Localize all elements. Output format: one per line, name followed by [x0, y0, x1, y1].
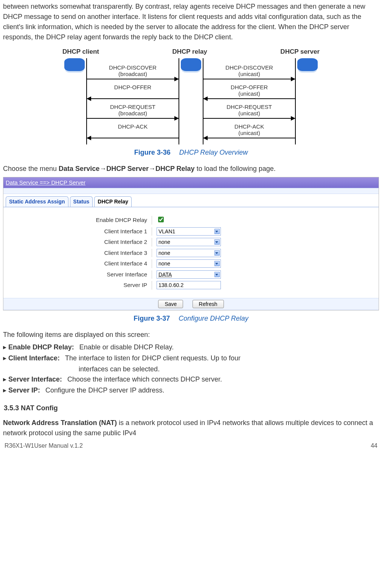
definition-description-cont: interfaces can be selected.	[79, 364, 379, 374]
triangle-bullet-icon: ▸	[3, 353, 8, 363]
definition-item: ▸Client Interface:The interface to liste…	[3, 353, 379, 363]
config-tabs: Static Address AssignStatusDHCP Relay	[3, 194, 379, 207]
figure-title: DHCP Relay Overview	[179, 149, 248, 156]
dhcp-relay-diagram: DHCP client DHCP relay DHCP server DHCP-…	[62, 47, 320, 144]
client-interface-1-label: Client Interface 1	[7, 227, 152, 236]
menu-instruction: Choose the menu Data Service→DHCP Server…	[3, 164, 379, 174]
router-icon	[64, 58, 85, 71]
diagram-arrow: DHCP-ACK(unicast)	[203, 123, 295, 142]
client-interface-2-select[interactable]	[157, 238, 221, 246]
arrow-right-icon	[203, 79, 295, 79]
definition-item: ▸Server IP:Configure the DHCP server IP …	[3, 385, 379, 396]
arrow-right-icon	[87, 118, 179, 119]
section-3-5-3-heading: 3.5.3 NAT Config	[4, 403, 379, 413]
diagram-arrow: DHCP-OFFER(unicast)	[203, 83, 295, 103]
client-interface-4-label: Client Interface 4	[7, 259, 152, 268]
definition-term: Client Interface:	[8, 353, 60, 363]
diagram-arrow: DHCP-OFFER	[87, 83, 179, 103]
nat-paragraph: Network Address Translation (NAT) is a n…	[3, 418, 379, 438]
diagram-arrow-label: DHCP-OFFER(unicast)	[203, 84, 295, 97]
figure-title: Configure DHCP Relay	[179, 315, 248, 322]
arrow-right-icon	[87, 79, 179, 79]
figure-3-37-caption: Figure 3-37 Configure DHCP Relay	[3, 313, 379, 324]
refresh-button[interactable]: Refresh	[193, 300, 224, 308]
arrow-left-icon	[87, 98, 179, 99]
diagram-arrow: DHCP-DISCOVER(unicast)	[203, 64, 295, 83]
arrow-left-icon	[203, 138, 295, 138]
diagram-header-client: DHCP client	[62, 47, 99, 57]
diagram-arrow: DHCP-DISCOVER(broadcast)	[87, 64, 179, 83]
server-interface-label: Server Interface	[7, 270, 152, 279]
server-ip-input[interactable]	[157, 281, 221, 289]
definition-term: Enable DHCP Relay:	[8, 342, 74, 352]
diagram-header-server: DHCP server	[280, 47, 320, 57]
diagram-arrow-label: DHCP-ACK	[87, 123, 179, 130]
footer-manual-version: R36X1-W1User Manual v.1.2	[5, 441, 83, 450]
client-interface-4-select[interactable]	[157, 259, 221, 268]
items-intro: The following items are displayed on thi…	[3, 330, 379, 340]
triangle-bullet-icon: ▸	[3, 342, 8, 352]
dhcp-relay-config-screenshot: Data Service ==> DHCP Server Static Addr…	[3, 177, 379, 311]
triangle-bullet-icon: ▸	[3, 385, 8, 396]
diagram-arrow-label: DHCP-REQUEST(unicast)	[203, 104, 295, 117]
definition-term: Server IP:	[8, 385, 40, 396]
diagram-arrow-label: DHCP-DISCOVER(unicast)	[203, 64, 295, 78]
figure-number: Figure 3-36	[134, 149, 171, 156]
definitions-list: ▸Enable DHCP Relay:Enable or disable DHC…	[3, 342, 379, 396]
figure-3-36-caption: Figure 3-36 DHCP Relay Overview	[3, 147, 379, 158]
client-interface-2-label: Client Interface 2	[7, 238, 152, 247]
diagram-arrow-label: DHCP-ACK(unicast)	[203, 123, 295, 137]
client-interface-1-select[interactable]	[157, 227, 221, 236]
definition-description: Configure the DHCP server IP address.	[45, 385, 164, 396]
definition-item: ▸Server Interface:Choose the interface w…	[3, 374, 379, 385]
figure-number: Figure 3-37	[134, 315, 170, 322]
diagram-arrow: DHCP-REQUEST(broadcast)	[87, 103, 179, 123]
diagram-left-column: DHCP-DISCOVER(broadcast)DHCP-OFFERDHCP-R…	[86, 58, 179, 144]
client-interface-3-label: Client Interface 3	[7, 249, 152, 258]
diagram-arrow: DHCP-REQUEST(unicast)	[203, 103, 295, 123]
diagram-right-column: DHCP-DISCOVER(unicast)DHCP-OFFER(unicast…	[203, 58, 296, 144]
client-interface-3-select[interactable]	[157, 249, 221, 257]
definition-description: The interface to listen for DHCP client …	[65, 353, 241, 363]
config-window-title: Data Service ==> DHCP Server	[3, 177, 379, 188]
tab-status[interactable]: Status	[70, 196, 93, 207]
definition-item: ▸Enable DHCP Relay:Enable or disable DHC…	[3, 342, 379, 352]
diagram-arrow-label: DHCP-OFFER	[87, 84, 179, 90]
footer-page-number: 44	[371, 441, 377, 450]
tab-static-address-assign[interactable]: Static Address Assign	[6, 196, 68, 207]
definition-description: Enable or disable DHCP Relay.	[79, 342, 174, 352]
triangle-bullet-icon: ▸	[3, 374, 8, 385]
definition-term: Server Interface:	[8, 374, 62, 385]
tab-dhcp-relay[interactable]: DHCP Relay	[94, 196, 132, 207]
router-icon	[297, 58, 318, 71]
enable-dhcp-relay-checkbox[interactable]	[158, 217, 164, 222]
definition-description: Choose the interface which connects DHCP…	[67, 374, 222, 385]
diagram-arrow-label: DHCP-REQUEST(broadcast)	[87, 104, 179, 117]
intro-paragraph: between networks somewhat transparently.…	[3, 2, 379, 42]
config-subbar	[3, 188, 379, 194]
page-footer: R36X1-W1User Manual v.1.2 44	[3, 441, 379, 450]
enable-dhcp-relay-label: Enable DHCP Relay	[7, 216, 152, 225]
server-ip-label: Server IP	[7, 281, 152, 290]
arrow-left-icon	[203, 98, 295, 99]
diagram-arrow-label: DHCP-DISCOVER(broadcast)	[87, 64, 179, 78]
save-button[interactable]: Save	[158, 300, 183, 308]
diagram-arrow: DHCP-ACK	[87, 123, 179, 142]
arrow-left-icon	[87, 138, 179, 138]
arrow-right-icon	[203, 118, 295, 119]
server-interface-select[interactable]	[157, 270, 221, 279]
router-icon	[181, 58, 201, 71]
diagram-header-relay: DHCP relay	[172, 47, 207, 57]
